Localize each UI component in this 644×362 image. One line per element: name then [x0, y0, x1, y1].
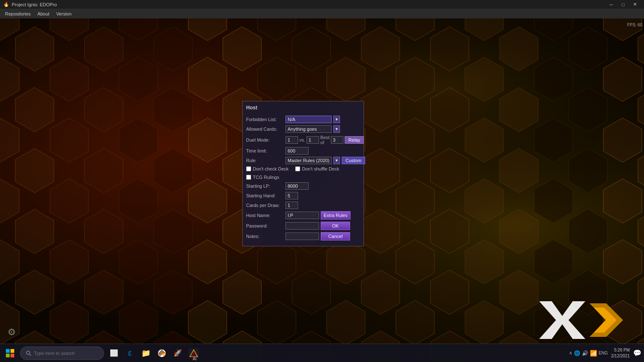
rule-row: Rule ▼ Custom	[246, 157, 360, 164]
maximize-button[interactable]: □	[617, 0, 629, 9]
duel-mode-p1[interactable]	[286, 136, 298, 144]
titlebar-controls: ─ □ ✕	[605, 0, 641, 9]
forbidden-list-label: Forbidden List:	[246, 117, 284, 122]
checkbox-row-2: TCG Rulings	[246, 175, 360, 180]
password-input[interactable]	[286, 222, 319, 230]
notes-label: Notes:	[246, 234, 284, 239]
starting-hand-label: Starting Hand:	[246, 193, 284, 198]
svg-marker-251	[539, 301, 585, 339]
duel-vs-label: vs.	[299, 137, 305, 142]
host-dialog: Host Forbidden List: ▼ Allowed Cards: ▼ …	[242, 101, 364, 246]
app-title: Project Ignis: EDOPro	[12, 2, 57, 7]
custom-button[interactable]: Custom	[342, 157, 365, 164]
duel-mode-row: Duel Mode: vs. Best of Relay	[246, 135, 360, 145]
dont-shuffle-deck-checkbox[interactable]	[295, 166, 300, 171]
wifi-icon[interactable]: 📶	[590, 350, 597, 357]
password-row: Password: OK	[246, 222, 360, 230]
dont-check-deck-row[interactable]: Don't check Deck	[246, 166, 288, 171]
starting-hand-row: Starting Hand:	[246, 192, 360, 199]
time-limit-row: Time limit:	[246, 147, 360, 155]
menu-repositories[interactable]: Repositories	[2, 10, 34, 17]
taskbar-search[interactable]	[20, 346, 104, 360]
taskbar-chrome[interactable]	[155, 346, 169, 360]
taskbar-edge[interactable]: ε	[123, 346, 137, 360]
cards-per-draw-label: Cards per Draw:	[246, 203, 284, 208]
titlebar: 🔥 Project Ignis: EDOPro ─ □ ✕	[0, 0, 644, 9]
host-name-label: Host Name:	[246, 213, 284, 218]
extra-rules-button[interactable]: Extra Rules	[321, 211, 351, 220]
duel-mode-controls: vs. Best of Relay	[286, 135, 364, 145]
allowed-cards-row: Allowed Cards: ▼	[246, 125, 360, 133]
lang-label[interactable]: ENG	[599, 351, 608, 355]
starting-lp-row: Starting LP:	[246, 182, 360, 190]
notification-icon[interactable]: 💬	[633, 349, 641, 357]
dont-check-deck-checkbox[interactable]	[246, 166, 251, 171]
notes-input[interactable]	[286, 233, 319, 240]
rule-controls: ▼ Custom	[286, 157, 365, 164]
chevron-up-icon[interactable]: ∧	[569, 350, 572, 356]
volume-icon[interactable]: 🔊	[582, 350, 588, 356]
fps-counter: FPS: 60	[627, 23, 642, 27]
cards-per-draw-row: Cards per Draw:	[246, 202, 360, 209]
menubar: Repositories About Version	[0, 9, 644, 18]
menu-version[interactable]: Version	[53, 10, 75, 17]
host-name-row: Host Name: Extra Rules	[246, 211, 360, 220]
dont-shuffle-deck-label: Don't shuffle Deck	[302, 166, 339, 171]
allowed-cards-dropdown[interactable]: ▼	[333, 125, 340, 133]
background: // This will be done via JS below FPS: 6…	[0, 18, 644, 362]
time-limit-input[interactable]	[286, 147, 309, 155]
minimize-button[interactable]: ─	[605, 0, 617, 9]
search-input[interactable]	[34, 351, 93, 356]
forbidden-list-input[interactable]	[286, 116, 332, 123]
xp-logo	[539, 301, 623, 339]
starting-lp-label: Starting LP:	[246, 184, 284, 189]
taskbar-ai-label: Ai	[185, 345, 204, 362]
task-view-button[interactable]: ⬜	[107, 346, 121, 360]
allowed-cards-input[interactable]	[286, 125, 332, 133]
svg-rect-255	[10, 349, 14, 353]
close-button[interactable]: ✕	[629, 0, 641, 9]
rule-input[interactable]	[286, 157, 332, 164]
taskbar-right: ∧ 🌐 🔊 📶 ENG 5:26 PM 2/12/2021 💬	[569, 347, 641, 359]
forbidden-list-dropdown[interactable]: ▼	[333, 116, 340, 123]
svg-rect-256	[6, 354, 10, 357]
time-limit-label: Time limit:	[246, 148, 284, 153]
dont-check-deck-label: Don't check Deck	[253, 166, 288, 171]
system-tray: ∧ 🌐 🔊 📶 ENG	[569, 350, 608, 357]
starting-hand-input[interactable]	[286, 192, 298, 199]
tcg-rulings-row[interactable]: TCG Rulings	[246, 175, 360, 180]
titlebar-left: 🔥 Project Ignis: EDOPro	[3, 2, 57, 7]
host-name-input[interactable]	[286, 212, 319, 219]
search-icon	[26, 350, 31, 356]
taskbar-jetbrains[interactable]: 🚀	[171, 346, 184, 360]
menu-about[interactable]: About	[34, 10, 53, 17]
svg-rect-257	[10, 354, 14, 357]
app-icon: 🔥	[3, 2, 9, 7]
duel-mode-label: Duel Mode:	[246, 137, 284, 142]
rule-label: Rule	[246, 158, 284, 163]
cards-per-draw-input[interactable]	[286, 202, 298, 209]
svg-line-259	[30, 354, 31, 356]
tcg-rulings-checkbox[interactable]	[246, 175, 251, 180]
taskbar: ⬜ ε 📁 🚀 Ai ∧ 🌐 🔊 📶 ENG	[0, 344, 644, 362]
duel-mode-p2[interactable]	[306, 136, 319, 144]
allowed-cards-label: Allowed Cards:	[246, 127, 284, 132]
rule-dropdown[interactable]: ▼	[333, 157, 340, 164]
checkbox-row-1: Don't check Deck Don't shuffle Deck	[246, 166, 360, 173]
best-of-input[interactable]	[331, 136, 343, 144]
start-button[interactable]	[3, 346, 18, 361]
svg-point-258	[26, 351, 30, 354]
taskbar-clock[interactable]: 5:26 PM 2/12/2021	[611, 347, 630, 359]
dont-shuffle-deck-row[interactable]: Don't shuffle Deck	[295, 166, 339, 171]
gear-icon[interactable]: ⚙	[8, 327, 16, 338]
password-label: Password:	[246, 223, 284, 228]
clock-time: 5:26 PM	[611, 347, 630, 353]
tcg-rulings-label: TCG Rulings	[253, 175, 279, 180]
cancel-button[interactable]: Cancel	[321, 232, 350, 240]
ok-button[interactable]: OK	[321, 222, 350, 230]
notes-row: Notes: Cancel	[246, 232, 360, 240]
taskbar-files[interactable]: 📁	[139, 346, 153, 360]
starting-lp-input[interactable]	[286, 182, 309, 190]
relay-button[interactable]: Relay	[345, 136, 364, 144]
network-icon[interactable]: 🌐	[574, 350, 580, 356]
